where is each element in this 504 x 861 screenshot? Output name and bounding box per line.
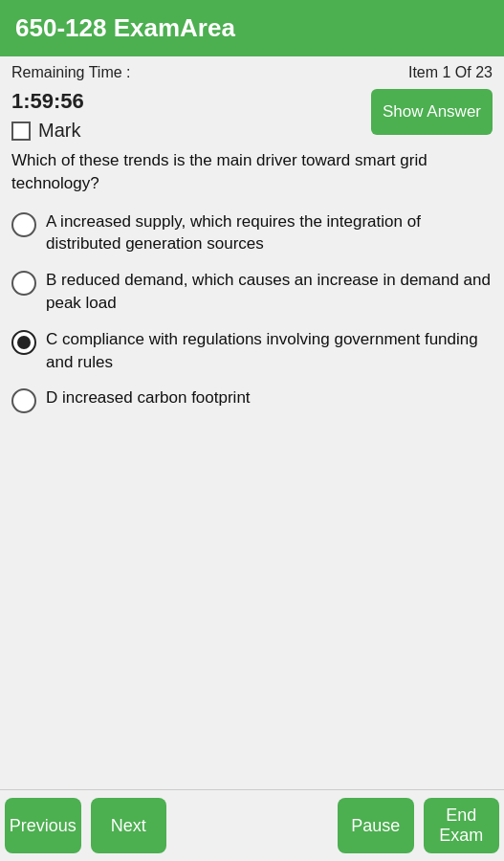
radio-circle-d[interactable] (11, 388, 36, 413)
bottom-nav: Previous Next Pause End Exam (0, 789, 504, 861)
option-text-d: D increased carbon footprint (46, 386, 251, 409)
show-answer-button[interactable]: Show Answer (371, 89, 493, 135)
option-row[interactable]: B reduced demand, which causes an increa… (11, 269, 493, 315)
timer-display: 1:59:56 (11, 89, 84, 114)
option-text-c: C compliance with regulations involving … (46, 328, 493, 374)
item-label: Item 1 Of 23 (408, 64, 493, 81)
option-row[interactable]: C compliance with regulations involving … (11, 328, 493, 374)
mark-label: Mark (38, 120, 80, 142)
mark-row[interactable]: Mark (11, 120, 84, 142)
content-area: 1:59:56 Mark Show Answer Which of these … (0, 81, 504, 789)
radio-circle-b[interactable] (11, 271, 36, 296)
radio-circle-a[interactable] (11, 212, 36, 237)
meta-row: Remaining Time : Item 1 Of 23 (0, 56, 504, 81)
end-exam-button[interactable]: End Exam (424, 798, 500, 853)
previous-button[interactable]: Previous (5, 798, 81, 853)
pause-button[interactable]: Pause (338, 798, 414, 853)
header: 650-128 ExamArea (0, 0, 504, 56)
options-list: A increased supply, which requires the i… (11, 210, 493, 414)
remaining-label: Remaining Time : (11, 64, 131, 81)
option-text-a: A increased supply, which requires the i… (46, 210, 493, 256)
app-title: 650-128 ExamArea (15, 13, 235, 42)
radio-circle-c[interactable] (11, 330, 36, 355)
mark-checkbox[interactable] (11, 121, 31, 141)
next-button[interactable]: Next (91, 798, 167, 853)
question-text: Which of these trends is the main driver… (11, 149, 493, 195)
nav-spacer (176, 798, 328, 853)
timer-mark-row: 1:59:56 Mark Show Answer (11, 89, 493, 142)
option-row[interactable]: A increased supply, which requires the i… (11, 210, 493, 256)
left-panel: 1:59:56 Mark (11, 89, 84, 142)
option-row[interactable]: D increased carbon footprint (11, 386, 493, 413)
option-text-b: B reduced demand, which causes an increa… (46, 269, 493, 315)
